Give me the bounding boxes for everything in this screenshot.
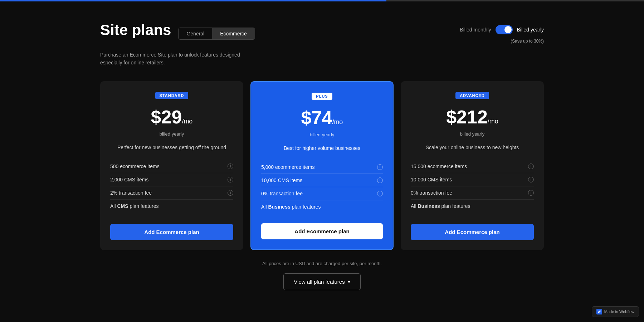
plan-description-plus: Best for higher volume businesses <box>261 145 383 152</box>
feature-item: 10,000 CMS items i <box>261 174 383 187</box>
feature-item: All Business plan features <box>261 200 383 213</box>
subtitle: Purchase an Ecommerce Site plan to unloc… <box>100 51 243 67</box>
chevron-down-icon: ▾ <box>348 279 350 284</box>
feature-text: All Business plan features <box>261 204 321 210</box>
feature-text: 15,000 ecommerce items <box>411 164 467 169</box>
plan-badge-plus: PLUS <box>312 93 332 100</box>
billing-yearly-label: Billed yearly <box>517 27 544 33</box>
save-note: (Save up to 30%) <box>511 39 544 44</box>
plan-description-advanced: Scale your online business to new height… <box>411 144 534 151</box>
billed-label-advanced: billed yearly <box>411 131 534 137</box>
info-icon[interactable]: i <box>528 164 534 169</box>
feature-text: 0% transaction fee <box>411 190 452 196</box>
feature-text: All CMS plan features <box>110 203 158 209</box>
view-features-label: View all plan features <box>294 279 345 285</box>
feature-text: 0% transaction fee <box>261 191 303 196</box>
plan-price-plus: $74/mo <box>261 107 383 128</box>
feature-item: 5,000 ecommerce items i <box>261 161 383 174</box>
feature-text: 2,000 CMS items <box>110 177 148 182</box>
webflow-badge: W Made in Webflow <box>592 306 639 317</box>
add-plan-button-standard[interactable]: Add Ecommerce plan <box>110 224 233 240</box>
feature-item: All Business plan features <box>411 200 534 213</box>
webflow-logo: W <box>596 309 602 314</box>
info-icon[interactable]: i <box>228 177 233 182</box>
plan-price-value-plus: $74/mo <box>301 107 343 128</box>
plan-description-standard: Perfect for new businesses getting off t… <box>110 144 233 151</box>
billing-monthly-label: Billed monthly <box>460 27 491 33</box>
plan-price-advanced: $212/mo <box>411 106 534 128</box>
pricing-note: All prices are in USD and are charged pe… <box>100 261 544 266</box>
info-icon[interactable]: i <box>228 164 233 169</box>
billed-label-plus: billed yearly <box>261 132 383 137</box>
feature-text: 500 ecommerce items <box>110 164 160 169</box>
feature-item: 0% transaction fee i <box>261 187 383 200</box>
plan-card-standard: STANDARD $29/mo billed yearly Perfect fo… <box>100 81 243 250</box>
page-title: Site plans <box>100 21 171 39</box>
plan-features-standard: 500 ecommerce items i 2,000 CMS items i … <box>110 160 233 214</box>
feature-item: 15,000 ecommerce items i <box>411 160 534 173</box>
feature-text: 10,000 CMS items <box>261 177 302 183</box>
plan-price-value-standard: $29/mo <box>151 107 193 127</box>
plan-price-standard: $29/mo <box>110 106 233 128</box>
feature-item: 10,000 CMS items i <box>411 173 534 186</box>
info-icon[interactable]: i <box>377 191 383 196</box>
add-plan-button-plus[interactable]: Add Ecommerce plan <box>261 223 383 239</box>
billing-toggle[interactable] <box>496 25 513 34</box>
info-icon[interactable]: i <box>528 177 534 182</box>
billed-label-standard: billed yearly <box>110 131 233 137</box>
plan-badge-advanced: ADVANCED <box>455 92 489 99</box>
view-features-button[interactable]: View all plan features ▾ <box>283 273 360 290</box>
plan-card-plus: PLUS $74/mo billed yearly Best for highe… <box>250 81 394 250</box>
plan-price-value-advanced: $212/mo <box>446 107 498 127</box>
plan-badge-standard: STANDARD <box>155 92 189 99</box>
plan-features-advanced: 15,000 ecommerce items i 10,000 CMS item… <box>411 160 534 214</box>
feature-text: 10,000 CMS items <box>411 177 452 182</box>
info-icon[interactable]: i <box>528 190 534 196</box>
tab-general[interactable]: General <box>179 28 212 39</box>
webflow-label: Made in Webflow <box>604 309 634 314</box>
title-area: Site plans General Ecommerce Purchase an… <box>100 21 255 67</box>
header-section: Site plans General Ecommerce Purchase an… <box>100 21 544 67</box>
info-icon[interactable]: i <box>377 177 383 183</box>
feature-text: 2% transaction fee <box>110 190 152 196</box>
feature-item: 2,000 CMS items i <box>110 173 233 186</box>
feature-item: 0% transaction fee i <box>411 186 534 200</box>
plan-card-advanced: ADVANCED $212/mo billed yearly Scale you… <box>401 81 544 250</box>
plan-features-plus: 5,000 ecommerce items i 10,000 CMS items… <box>261 161 383 213</box>
plans-grid: STANDARD $29/mo billed yearly Perfect fo… <box>100 81 544 250</box>
feature-item: 500 ecommerce items i <box>110 160 233 173</box>
info-icon[interactable]: i <box>377 164 383 170</box>
add-plan-button-advanced[interactable]: Add Ecommerce plan <box>411 224 534 240</box>
feature-item: All CMS plan features <box>110 200 233 213</box>
feature-item: 2% transaction fee i <box>110 186 233 200</box>
billing-row: Billed monthly Billed yearly <box>460 25 544 34</box>
toggle-thumb <box>504 26 512 33</box>
toggle-track <box>496 25 513 34</box>
billing-toggle-section: Billed monthly Billed yearly (Save up to… <box>460 25 544 44</box>
feature-text: All Business plan features <box>411 203 470 209</box>
info-icon[interactable]: i <box>228 190 233 196</box>
progress-bar <box>0 0 644 1</box>
tab-ecommerce[interactable]: Ecommerce <box>212 28 255 39</box>
feature-text: 5,000 ecommerce items <box>261 164 314 170</box>
tab-group: General Ecommerce <box>178 28 255 40</box>
